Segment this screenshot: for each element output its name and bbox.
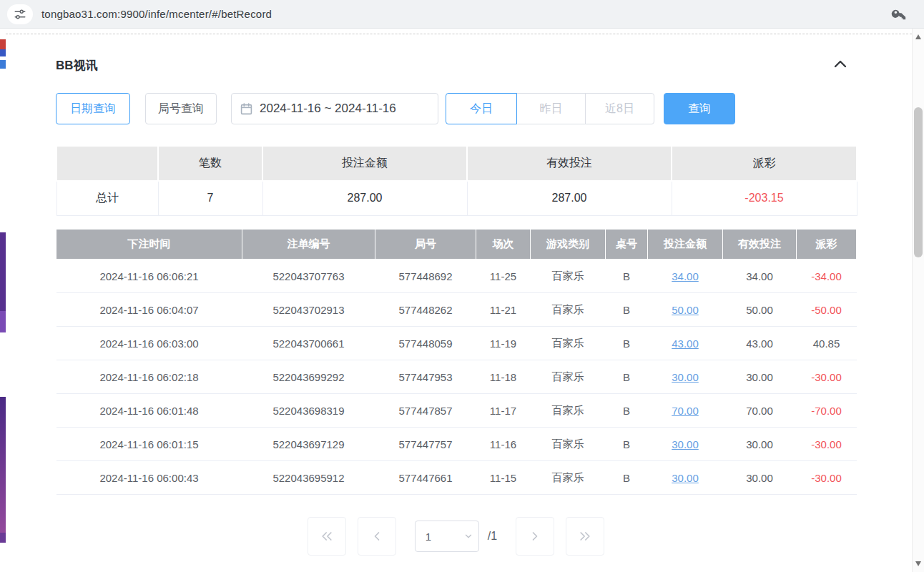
last-page-button[interactable] <box>566 517 604 556</box>
scrollbar-up-arrow-icon[interactable] <box>915 34 921 39</box>
date-range-input[interactable]: 2024-11-16 ~ 2024-11-16 <box>231 93 438 124</box>
header-game-type: 游戏类别 <box>531 230 606 260</box>
page-select-wrap: 1 <box>415 521 479 552</box>
cell-round-number: 577448059 <box>375 327 476 360</box>
password-key-icon[interactable] <box>891 6 907 22</box>
date-query-tab-button[interactable]: 日期查询 <box>56 93 130 124</box>
cell-round-number: 577447857 <box>375 394 476 428</box>
search-button[interactable]: 查询 <box>664 93 735 124</box>
cell-payout: -30.00 <box>797 428 857 461</box>
bet-amount-link[interactable]: 50.00 <box>672 304 699 316</box>
table-row: 2024-11-16 06:03:00 522043700661 5774480… <box>56 327 857 360</box>
address-url[interactable]: tongbao31.com:9900/infe/mcenter/#/betRec… <box>41 8 272 20</box>
cell-valid-bet: 30.00 <box>723 360 797 394</box>
cell-valid-bet: 70.00 <box>723 394 797 428</box>
bet-amount-link[interactable]: 34.00 <box>672 270 699 282</box>
scrollbar-down-arrow-icon[interactable] <box>915 561 921 566</box>
cell-session: 11-19 <box>476 327 531 360</box>
vertical-scrollbar[interactable] <box>912 29 924 572</box>
previous-page-button[interactable] <box>358 517 396 556</box>
yesterday-button[interactable]: 昨日 <box>516 93 586 124</box>
quick-range-button-group: 今日 昨日 近8日 <box>446 93 654 124</box>
cell-payout: -34.00 <box>797 260 857 293</box>
double-chevron-left-icon <box>320 529 334 543</box>
table-header-row: 下注时间 注单编号 局号 场次 游戏类别 桌号 投注金额 有效投注 派彩 <box>56 230 857 260</box>
round-query-tab-button[interactable]: 局号查询 <box>145 93 217 124</box>
cell-valid-bet: 30.00 <box>723 461 797 495</box>
next-page-button[interactable] <box>516 517 554 556</box>
scrollbar-thumb[interactable] <box>914 107 923 257</box>
chevron-up-icon <box>832 56 849 73</box>
cell-valid-bet: 30.00 <box>723 428 797 461</box>
cell-bet-time: 2024-11-16 06:03:00 <box>56 327 242 360</box>
cell-bet-amount: 30.00 <box>648 461 723 495</box>
cell-table-number: B <box>606 428 648 461</box>
cell-session: 11-16 <box>476 428 531 461</box>
header-bet-amount: 投注金额 <box>648 230 723 260</box>
cell-bet-amount: 43.00 <box>648 327 723 360</box>
background-page-strip <box>0 29 6 572</box>
summary-table: 笔数 投注金额 有效投注 派彩 总计 7 287.00 287.00 -203.… <box>56 145 857 216</box>
bet-amount-link[interactable]: 30.00 <box>672 371 699 383</box>
cell-valid-bet: 34.00 <box>723 260 797 293</box>
cell-session: 11-25 <box>476 260 531 293</box>
summary-valid-bet-value: 287.00 <box>467 181 672 215</box>
background-fragment <box>0 232 6 311</box>
cell-bet-time: 2024-11-16 06:01:48 <box>56 394 242 428</box>
summary-header-count: 笔数 <box>158 146 262 181</box>
background-fragment <box>0 39 6 49</box>
header-valid-bet: 有效投注 <box>723 230 797 260</box>
bet-amount-link[interactable]: 30.00 <box>672 438 699 450</box>
today-button[interactable]: 今日 <box>446 93 517 124</box>
cell-payout: -30.00 <box>797 360 857 394</box>
summary-header-bet-amount: 投注金额 <box>262 146 467 181</box>
table-row: 2024-11-16 06:01:15 522043697129 5774477… <box>56 428 857 461</box>
collapse-panel-button[interactable] <box>831 56 850 73</box>
summary-header-valid-bet: 有效投注 <box>467 146 672 181</box>
cell-game-type: 百家乐 <box>531 360 606 394</box>
cell-order-number: 522043698319 <box>242 394 375 428</box>
table-row: 2024-11-16 06:00:43 522043695912 5774476… <box>56 461 857 495</box>
page-select[interactable]: 1 <box>415 521 479 552</box>
cell-session: 11-15 <box>476 461 531 495</box>
header-order-number: 注单编号 <box>242 230 375 260</box>
table-row: 2024-11-16 06:02:18 522043699292 5774479… <box>56 360 857 394</box>
background-fragment <box>0 60 6 69</box>
cell-bet-amount: 50.00 <box>648 293 723 327</box>
cell-bet-time: 2024-11-16 06:06:21 <box>56 260 242 293</box>
cell-table-number: B <box>606 461 648 495</box>
browser-address-bar: tongbao31.com:9900/infe/mcenter/#/betRec… <box>0 0 924 29</box>
cell-round-number: 577448692 <box>375 260 476 293</box>
cell-round-number: 577447953 <box>375 360 476 394</box>
bet-record-panel: BB视讯 日期查询 局号查询 2024-11-16 ~ 2024-11-16 今… <box>6 29 912 572</box>
background-fragment <box>0 397 6 533</box>
cell-payout: -50.00 <box>797 293 857 327</box>
summary-header-blank <box>56 146 158 181</box>
cell-payout: -30.00 <box>797 461 857 495</box>
cell-game-type: 百家乐 <box>531 428 606 461</box>
first-page-button[interactable] <box>308 517 346 556</box>
cell-order-number: 522043695912 <box>242 461 375 495</box>
summary-total-row: 总计 7 287.00 287.00 -203.15 <box>56 181 857 215</box>
cell-session: 11-18 <box>476 360 531 394</box>
bet-amount-link[interactable]: 43.00 <box>672 337 699 350</box>
cell-payout: 40.85 <box>797 327 857 360</box>
table-row: 2024-11-16 06:04:07 522043702913 5774482… <box>56 293 857 327</box>
last-8-days-button[interactable]: 近8日 <box>585 93 654 124</box>
cell-table-number: B <box>606 394 648 428</box>
summary-header-row: 笔数 投注金额 有效投注 派彩 <box>56 146 857 181</box>
cell-order-number: 522043702913 <box>242 293 375 327</box>
summary-count-value: 7 <box>158 181 262 215</box>
page-total-label: /1 <box>488 530 497 543</box>
cell-bet-amount: 34.00 <box>648 260 723 293</box>
pagination: 1 /1 <box>56 517 856 556</box>
background-fragment <box>0 533 6 543</box>
site-settings-button[interactable] <box>7 4 33 24</box>
bet-table-body: 2024-11-16 06:06:21 522043707763 5774486… <box>56 260 857 495</box>
background-fragment <box>0 311 6 332</box>
cell-session: 11-17 <box>476 394 531 428</box>
cell-table-number: B <box>606 360 648 394</box>
bet-amount-link[interactable]: 70.00 <box>672 405 699 417</box>
cell-table-number: B <box>606 327 648 360</box>
bet-amount-link[interactable]: 30.00 <box>672 472 699 484</box>
